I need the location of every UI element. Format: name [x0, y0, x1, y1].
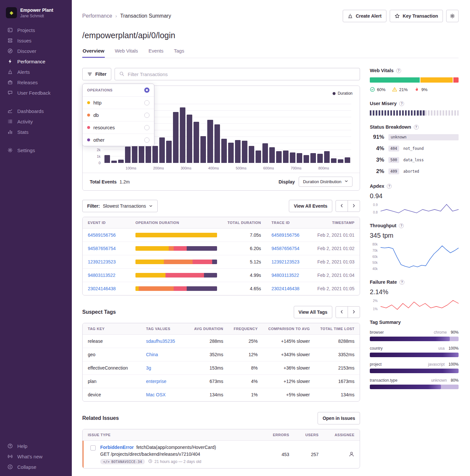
- histogram-bar[interactable]: [139, 145, 144, 163]
- assignee-icon[interactable]: [349, 451, 354, 457]
- resources-radio[interactable]: [144, 125, 149, 130]
- trace-id-link[interactable]: 64589156756: [272, 232, 300, 238]
- histogram-bar[interactable]: [338, 159, 343, 163]
- sidebar-item-projects[interactable]: Projects: [0, 25, 72, 35]
- tag-value-link[interactable]: 3g: [146, 365, 151, 371]
- sidebar-item-releases[interactable]: Releases: [0, 77, 72, 87]
- breadcrumb-performance[interactable]: Performance: [82, 13, 112, 19]
- operations-all-radio[interactable]: [144, 87, 149, 93]
- status-breakdown-help-icon[interactable]: ?: [414, 125, 419, 130]
- event-id-link[interactable]: 94803113522: [88, 273, 116, 278]
- operation-option-db[interactable]: db: [83, 109, 154, 121]
- sidebar-item-alerts[interactable]: Alerts: [0, 67, 72, 77]
- sidebar-item-stats[interactable]: Stats: [0, 127, 72, 137]
- events-next-button[interactable]: [348, 200, 360, 212]
- db-radio[interactable]: [144, 113, 149, 118]
- sidebar-item-user-feedback[interactable]: User Feedback: [0, 87, 72, 98]
- sidebar-item-help[interactable]: Help: [0, 441, 72, 451]
- tags-next-button[interactable]: [348, 306, 360, 318]
- histogram-bar[interactable]: [317, 154, 323, 163]
- histogram-bar[interactable]: [159, 137, 165, 163]
- histogram-bar[interactable]: [304, 155, 309, 163]
- histogram-bar[interactable]: [249, 146, 254, 163]
- user-misery-help-icon[interactable]: ?: [399, 101, 404, 106]
- histogram-bar[interactable]: [276, 151, 282, 163]
- trace-id-link[interactable]: 12392123523: [272, 259, 300, 264]
- histogram-bar[interactable]: [194, 122, 199, 163]
- tab-events[interactable]: Events: [148, 48, 164, 58]
- histogram-bar[interactable]: [228, 143, 234, 163]
- trace-id-link[interactable]: 94803113522: [272, 273, 299, 278]
- throughput-help-icon[interactable]: ?: [399, 223, 404, 228]
- histogram-bar[interactable]: [132, 145, 137, 163]
- org-switcher[interactable]: ◆ Empower Plant Jane Schmidt: [0, 4, 72, 25]
- histogram-bar[interactable]: [290, 152, 295, 163]
- histogram-bar[interactable]: [207, 120, 213, 163]
- histogram-bar[interactable]: [345, 157, 350, 163]
- event-id-link[interactable]: 23024146438: [88, 286, 116, 291]
- histogram-bar[interactable]: [262, 143, 268, 163]
- issue-type-link[interactable]: ForbiddenError: [100, 445, 134, 450]
- apdex-help-icon[interactable]: ?: [387, 184, 392, 189]
- histogram-bar[interactable]: [152, 146, 158, 163]
- sidebar-item-performance[interactable]: Performance: [0, 56, 72, 67]
- histogram-bar[interactable]: [104, 155, 110, 163]
- histogram-bar[interactable]: [283, 151, 289, 163]
- histogram-bar[interactable]: [221, 139, 227, 163]
- tab-tags[interactable]: Tags: [174, 48, 185, 58]
- search-input[interactable]: [128, 71, 355, 77]
- display-select[interactable]: Duration Distribution: [299, 177, 352, 187]
- sidebar-item-dashboards[interactable]: Dashboards: [0, 106, 72, 116]
- trace-id-link[interactable]: 94587656754: [272, 246, 300, 251]
- histogram-bar[interactable]: [214, 124, 220, 163]
- event-id-link[interactable]: 12392123523: [88, 259, 116, 264]
- event-id-link[interactable]: 94587656754: [88, 246, 116, 251]
- sidebar-item-discover[interactable]: Discover: [0, 46, 72, 56]
- trace-id-link[interactable]: 23024146438: [272, 286, 300, 291]
- view-all-events-button[interactable]: View All Events: [289, 200, 332, 212]
- histogram-bar[interactable]: [310, 153, 316, 163]
- tab-overview[interactable]: Overview: [82, 48, 105, 58]
- sidebar-item-issues[interactable]: Issues: [0, 35, 72, 46]
- web-vitals-help-icon[interactable]: ?: [396, 68, 401, 73]
- histogram-bar[interactable]: [111, 161, 117, 163]
- histogram-bar[interactable]: [269, 147, 275, 163]
- sidebar-item-settings[interactable]: Settings: [0, 145, 72, 155]
- tag-value-link[interactable]: China: [146, 352, 158, 357]
- sidebar-item-what-s-new[interactable]: What's new: [0, 451, 72, 462]
- events-prev-button[interactable]: [336, 200, 348, 212]
- histogram-bar[interactable]: [180, 107, 185, 163]
- issue-short-id-badge[interactable]: </>BOTANAVOICE-34: [100, 459, 145, 464]
- histogram-bar[interactable]: [187, 115, 192, 163]
- histogram-bar[interactable]: [118, 160, 124, 163]
- histogram-bar[interactable]: [173, 112, 179, 163]
- event-id-link[interactable]: 64589156756: [88, 232, 116, 238]
- tab-web-vitals[interactable]: Web Vitals: [115, 48, 138, 58]
- histogram-bar[interactable]: [166, 141, 172, 163]
- failure-rate-help-icon[interactable]: ?: [400, 280, 404, 285]
- histogram-bar[interactable]: [297, 153, 302, 163]
- create-alert-button[interactable]: Create Alert: [343, 10, 386, 22]
- histogram-bar[interactable]: [125, 147, 131, 163]
- slowest-transactions-filter[interactable]: Filter: Slowest Transactions: [82, 200, 158, 212]
- operation-option-resources[interactable]: resources: [83, 121, 154, 134]
- filter-button[interactable]: Filter: [82, 68, 111, 80]
- other-radio[interactable]: [144, 137, 149, 143]
- tag-value-link[interactable]: sdaufhu35235: [146, 339, 175, 344]
- sidebar-item-activity[interactable]: Activity: [0, 116, 72, 127]
- issue-row[interactable]: ForbiddenErrorfetchData(app/components/H…: [83, 441, 360, 468]
- tag-value-link[interactable]: Mac OSX: [146, 392, 165, 397]
- histogram-bar[interactable]: [235, 140, 241, 163]
- tag-value-link[interactable]: enterprise: [146, 379, 166, 384]
- operation-option-http[interactable]: http: [83, 96, 154, 109]
- histogram-bar[interactable]: [200, 136, 206, 163]
- sidebar-item-collapse[interactable]: Collapse: [0, 462, 72, 472]
- transaction-settings-button[interactable]: [446, 10, 459, 22]
- histogram-bar[interactable]: [324, 151, 330, 163]
- http-radio[interactable]: [144, 100, 149, 105]
- issue-checkbox[interactable]: [90, 445, 96, 451]
- tags-prev-button[interactable]: [336, 306, 348, 318]
- histogram-bar[interactable]: [242, 141, 247, 163]
- operation-option-other[interactable]: other: [83, 134, 154, 146]
- open-in-issues-button[interactable]: Open in Issues: [318, 412, 360, 424]
